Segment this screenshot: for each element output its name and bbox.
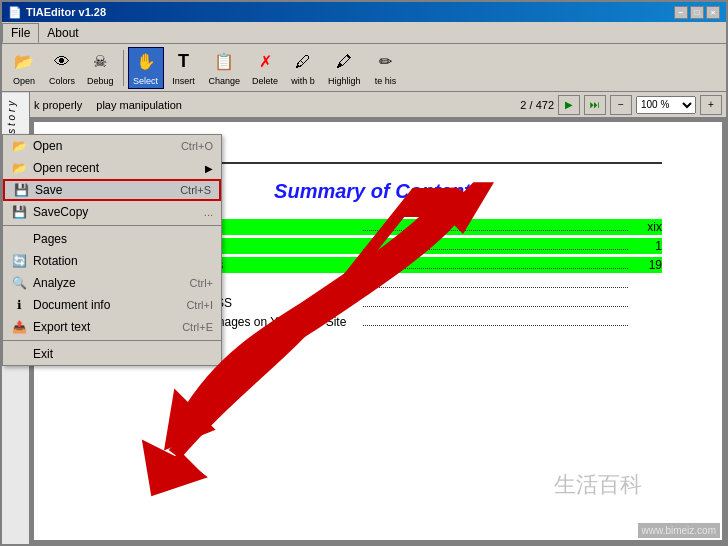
doc-text2: play manipulation (96, 99, 182, 111)
zoom-select[interactable]: 100 % 75 % 150 % (636, 96, 696, 114)
plus-btn[interactable]: + (700, 95, 722, 115)
withb-icon: 🖊 (291, 50, 315, 74)
pages-icon (11, 231, 27, 247)
page-info: 2 / 472 (520, 99, 554, 111)
window-title: TIAEditor v1.28 (26, 6, 106, 18)
export-icon: 📤 (11, 319, 27, 335)
title-bar-left: 📄 TIAEditor v1.28 (8, 6, 106, 19)
maximize-button[interactable]: □ (690, 6, 704, 19)
dropdown-menu: 📂 Open Ctrl+O 📂 Open recent ▶ 💾 Save (2, 134, 222, 366)
save-icon: 💾 (13, 182, 29, 198)
open-icon: 📂 (12, 50, 36, 74)
open-recent-icon: 📂 (11, 160, 27, 176)
play-btn[interactable]: ▶ (558, 95, 580, 115)
select-icon: ✋ (134, 50, 158, 74)
doc-text1: k properly (34, 99, 82, 111)
svg-marker-0 (164, 389, 216, 451)
menu-rotation[interactable]: 🔄 Rotation (3, 250, 221, 272)
savecopy-icon: 💾 (11, 204, 27, 220)
toolbar-delete[interactable]: ✗ Delete (247, 47, 283, 89)
page-nav: 2 / 472 ▶ ⏭ − 100 % 75 % 150 % + (520, 95, 722, 115)
separator-1 (3, 225, 221, 226)
menu-open-recent[interactable]: 📂 Open recent ▶ (3, 157, 221, 179)
watermark: www.bimeiz.com (638, 523, 720, 538)
menu-file[interactable]: File (2, 23, 39, 43)
toolbar-colors[interactable]: 👁 Colors (44, 47, 80, 89)
colors-icon: 👁 (50, 50, 74, 74)
rotation-icon: 🔄 (11, 253, 27, 269)
menu-bar: File About (2, 22, 726, 44)
open-menu-icon: 📂 (11, 138, 27, 154)
content-area: 📂 Open Ctrl+O 📂 Open recent ▶ 💾 Save (2, 92, 726, 544)
doc-toolbar: k properly play manipulation 2 / 472 ▶ ⏭… (30, 92, 726, 118)
title-bar: 📄 TIAEditor v1.28 − □ × (2, 2, 726, 22)
file-dropdown: 📂 Open Ctrl+O 📂 Open recent ▶ 💾 Save (2, 134, 222, 366)
tehis-icon: ✏ (374, 50, 398, 74)
menu-save[interactable]: 💾 Save Ctrl+S (3, 179, 221, 201)
corner-chinese-text: 生活百科 (554, 470, 642, 500)
exit-icon (11, 346, 27, 362)
debug-icon: ☠ (88, 50, 112, 74)
change-icon: 📋 (212, 50, 236, 74)
highlight-icon: 🖍 (332, 50, 356, 74)
close-button[interactable]: × (706, 6, 720, 19)
fast-forward-btn[interactable]: ⏭ (584, 95, 606, 115)
minimize-button[interactable]: − (674, 6, 688, 19)
menu-export[interactable]: 📤 Export text Ctrl+E (3, 316, 221, 338)
separator-2 (3, 340, 221, 341)
toolbar-insert[interactable]: T Insert (166, 47, 202, 89)
minus-btn[interactable]: − (610, 95, 632, 115)
svg-marker-2 (152, 450, 206, 495)
menu-about[interactable]: About (39, 24, 86, 42)
delete-icon: ✗ (253, 50, 277, 74)
menu-analyze[interactable]: 🔍 Analyze Ctrl+ (3, 272, 221, 294)
insert-icon: T (172, 50, 196, 74)
toolbar-open[interactable]: 📂 Open (6, 47, 42, 89)
main-window: 📄 TIAEditor v1.28 − □ × File About 📂 Ope… (0, 0, 728, 546)
toolbar-separator-1 (123, 50, 124, 86)
menu-exit[interactable]: Exit (3, 343, 221, 365)
menu-savecopy[interactable]: 💾 SaveCopy ... (3, 201, 221, 223)
menu-open[interactable]: 📂 Open Ctrl+O (3, 135, 221, 157)
docinfo-icon: ℹ (11, 297, 27, 313)
title-bar-buttons: − □ × (674, 6, 720, 19)
menu-pages[interactable]: Pages (3, 228, 221, 250)
toolbar-highlight[interactable]: 🖍 Highligh (323, 47, 366, 89)
toolbar-select[interactable]: ✋ Select (128, 47, 164, 89)
toolbar-change[interactable]: 📋 Change (204, 47, 246, 89)
app-icon: 📄 (8, 6, 22, 19)
toolbar-tehis[interactable]: ✏ te his (368, 47, 404, 89)
toolbar: 📂 Open 👁 Colors ☠ Debug ✋ Select T Inser… (2, 44, 726, 92)
toolbar-withb[interactable]: 🖊 with b (285, 47, 321, 89)
menu-docinfo[interactable]: ℹ Document info Ctrl+I (3, 294, 221, 316)
analyze-icon: 🔍 (11, 275, 27, 291)
toolbar-debug[interactable]: ☠ Debug (82, 47, 119, 89)
